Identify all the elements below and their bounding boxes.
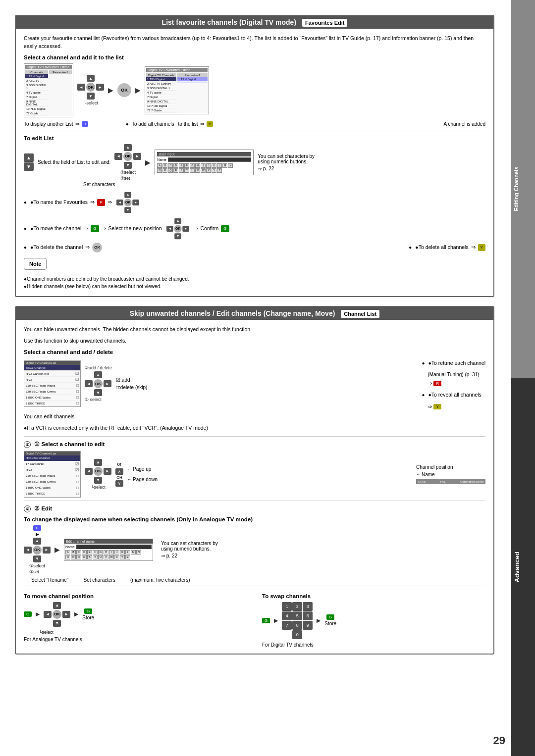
ekey-o[interactable]: O xyxy=(65,555,70,559)
nav3-up[interactable]: ▲ xyxy=(124,192,131,198)
key-q[interactable]: Q xyxy=(168,168,173,173)
ekey-p[interactable]: P xyxy=(71,555,76,559)
btn-y[interactable]: Y xyxy=(207,121,213,127)
nav6-ok[interactable]: OK xyxy=(53,610,61,619)
btn-y-del[interactable]: Y xyxy=(478,244,485,251)
ekey-i[interactable]: I xyxy=(109,550,114,554)
nav2-left[interactable]: ◄ xyxy=(114,153,122,160)
nav2-right[interactable]: ► xyxy=(133,153,141,160)
btn-r2[interactable]: R xyxy=(433,381,441,386)
ekey-j[interactable]: J xyxy=(114,550,119,554)
num-1[interactable]: 1 xyxy=(282,602,292,611)
num-7[interactable]: 7 xyxy=(282,621,292,630)
nav2-up[interactable]: ▲ xyxy=(124,144,132,151)
num-4[interactable]: 4 xyxy=(282,611,292,620)
key-b2[interactable]: B xyxy=(162,163,167,168)
key-a[interactable]: A xyxy=(157,163,162,168)
btn-g-store[interactable]: G xyxy=(84,608,92,614)
key-n[interactable]: N xyxy=(228,163,233,168)
key-o[interactable]: O xyxy=(157,168,162,173)
nav3-left[interactable]: ◄ xyxy=(116,200,123,205)
num-2[interactable]: 2 xyxy=(292,602,302,611)
nav4-down[interactable]: ▼ xyxy=(174,233,181,239)
nav3-right[interactable]: ► xyxy=(132,200,139,205)
key-k[interactable]: K xyxy=(212,163,216,168)
ekey-s[interactable]: S xyxy=(87,555,92,559)
ch-up[interactable]: ∧ xyxy=(115,468,123,475)
nav-up-1[interactable]: ▲ xyxy=(87,75,95,82)
ekey-c[interactable]: C xyxy=(76,550,81,554)
key-m[interactable]: M xyxy=(222,163,227,168)
nav3-down[interactable]: ▼ xyxy=(124,207,131,213)
key-f[interactable]: F xyxy=(184,163,189,168)
btn-g-move2[interactable]: G xyxy=(24,611,32,617)
ekey-t[interactable]: T xyxy=(93,555,98,559)
nav-left-1[interactable]: ◄ xyxy=(77,84,85,91)
ekey-q[interactable]: Q xyxy=(76,555,81,559)
ekey-u[interactable]: U xyxy=(98,555,103,559)
btn-g-confirm[interactable]: G xyxy=(221,225,229,232)
nav4-right[interactable]: ► xyxy=(182,226,189,232)
num-5[interactable]: 5 xyxy=(292,611,302,620)
ekey-k[interactable]: K xyxy=(120,550,125,554)
btn-b[interactable]: B xyxy=(82,121,88,127)
nav2-down[interactable]: ▼ xyxy=(124,162,132,169)
user-input-field[interactable] xyxy=(168,157,251,162)
btn-b-rename[interactable]: B xyxy=(33,525,41,531)
ekey-x[interactable]: X xyxy=(114,555,119,559)
ekey-v[interactable]: V xyxy=(104,555,108,559)
ekey-r[interactable]: R xyxy=(82,555,87,559)
ekey-y[interactable]: Y xyxy=(120,555,125,559)
btn-g-move[interactable]: G xyxy=(91,225,99,232)
key-j[interactable]: J xyxy=(206,163,211,168)
nav6-right[interactable]: ► xyxy=(62,611,70,618)
nav5-down[interactable]: ▼ xyxy=(33,555,41,562)
btn-r[interactable]: R xyxy=(97,199,105,206)
key-v[interactable]: V xyxy=(195,168,200,173)
ekey-g[interactable]: G xyxy=(98,550,103,554)
key-t[interactable]: T xyxy=(184,168,189,173)
ch-down[interactable]: ∨ xyxy=(115,480,123,487)
key-i[interactable]: I xyxy=(201,163,206,168)
nav5-ok[interactable]: OK xyxy=(33,546,42,554)
nav5-up[interactable]: ▲ xyxy=(33,538,41,545)
s2-nav2-left[interactable]: ◄ xyxy=(85,468,93,475)
key-r[interactable]: R xyxy=(173,168,178,173)
ekey-d[interactable]: D xyxy=(82,550,87,554)
key-d[interactable]: D xyxy=(173,163,178,168)
ekey-w[interactable]: W xyxy=(109,555,114,559)
nav6-up[interactable]: ▲ xyxy=(53,602,61,609)
s2-nav-left[interactable]: ◄ xyxy=(85,380,93,387)
nav-ok-1[interactable]: OK xyxy=(86,83,95,92)
s2-nav2-ok[interactable]: OK xyxy=(94,467,103,476)
ekey-f[interactable]: F xyxy=(93,550,98,554)
edit-nav-up[interactable]: ▲ xyxy=(24,153,34,162)
nav4-left[interactable]: ◄ xyxy=(166,226,173,232)
s2-nav-down[interactable]: ▼ xyxy=(94,389,102,396)
s2-nav2-right[interactable]: ► xyxy=(104,468,111,475)
key-p[interactable]: P xyxy=(162,168,167,173)
nav4-up[interactable]: ▲ xyxy=(174,218,181,224)
edit-nav-down[interactable]: ▼ xyxy=(24,162,34,171)
s2-nav2-down[interactable]: ▼ xyxy=(94,477,102,484)
key-h[interactable]: H xyxy=(195,163,200,168)
ekey-e[interactable]: E xyxy=(87,550,92,554)
key-z[interactable]: Z xyxy=(217,168,222,173)
edit-name-field[interactable] xyxy=(76,545,152,549)
nav5-left[interactable]: ◄ xyxy=(24,547,32,554)
key-l[interactable]: L xyxy=(217,163,222,168)
btn-g-store2[interactable]: G xyxy=(326,614,334,620)
ekey-m[interactable]: M xyxy=(131,550,136,554)
s2-nav-up[interactable]: ▲ xyxy=(94,371,102,378)
key-x[interactable]: X xyxy=(206,168,211,173)
nav4-ok[interactable]: OK xyxy=(174,225,181,232)
ekey-b[interactable]: B xyxy=(71,550,76,554)
ekey-a[interactable]: A xyxy=(65,550,70,554)
key-u[interactable]: U xyxy=(190,168,195,173)
nav6-down[interactable]: ▼ xyxy=(53,620,61,627)
key-y2[interactable]: Y xyxy=(212,168,216,173)
s2-nav-ok[interactable]: OK xyxy=(94,379,103,388)
num-6[interactable]: 6 xyxy=(303,611,313,620)
num-9[interactable]: 9 xyxy=(303,621,313,630)
ekey-h[interactable]: H xyxy=(104,550,108,554)
